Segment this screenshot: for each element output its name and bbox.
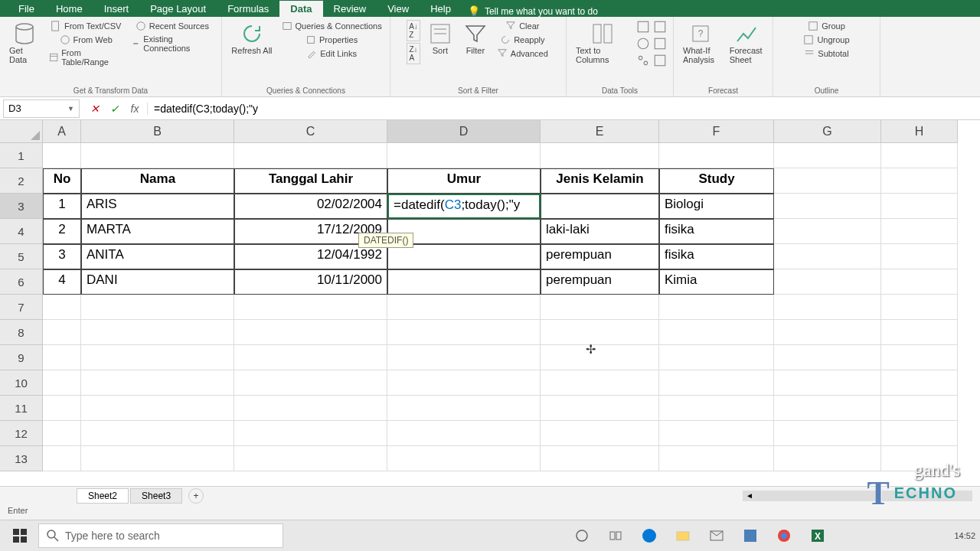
- sheet-tab-active[interactable]: Sheet2: [77, 488, 129, 504]
- cell[interactable]: [774, 143, 881, 168]
- col-header-B[interactable]: B: [81, 120, 234, 143]
- cell-no[interactable]: 3: [43, 244, 81, 269]
- row-header-4[interactable]: 4: [0, 219, 43, 244]
- get-data-button[interactable]: Get Data: [6, 20, 43, 66]
- cell[interactable]: [81, 320, 234, 345]
- existing-conn-button[interactable]: Existing Connections: [129, 34, 215, 54]
- cell[interactable]: [387, 143, 541, 168]
- cell[interactable]: [774, 219, 881, 244]
- cell-nama[interactable]: DANI: [81, 269, 234, 295]
- excel-icon[interactable]: X: [802, 523, 833, 549]
- chevron-down-icon[interactable]: ▼: [67, 105, 74, 112]
- data-model-icon[interactable]: [653, 54, 667, 67]
- row-header-11[interactable]: 11: [0, 396, 43, 421]
- remove-dup-icon[interactable]: [653, 20, 667, 34]
- data-validation-icon[interactable]: [636, 37, 650, 51]
- accept-formula-button[interactable]: ✓: [109, 103, 121, 115]
- tab-formulas[interactable]: Formulas: [217, 1, 279, 17]
- cell[interactable]: [387, 421, 541, 446]
- header-jk[interactable]: Jenis Kelamin: [541, 168, 659, 194]
- cell[interactable]: [774, 194, 881, 219]
- cell[interactable]: [881, 143, 958, 168]
- cell[interactable]: [387, 370, 541, 396]
- tab-view[interactable]: View: [377, 1, 420, 17]
- spreadsheet-grid[interactable]: ABCDEFGH 12345678910111213 NoNamaTanggal…: [0, 120, 980, 486]
- col-header-F[interactable]: F: [659, 120, 774, 143]
- cell[interactable]: [774, 295, 881, 320]
- cell[interactable]: [659, 143, 774, 168]
- header-no[interactable]: No: [43, 168, 81, 194]
- cell-nama[interactable]: ARIS: [81, 194, 234, 219]
- clear-filter-button[interactable]: Clear: [504, 20, 541, 32]
- sort-button[interactable]: Sort: [425, 20, 456, 57]
- from-text-csv-button[interactable]: From Text/CSV: [49, 20, 122, 32]
- col-header-G[interactable]: G: [774, 120, 881, 143]
- group-button[interactable]: Group: [806, 20, 847, 32]
- taskbar-search[interactable]: Type here to search: [38, 523, 283, 548]
- tell-me-search[interactable]: 💡 Tell me what you want to do: [468, 5, 598, 17]
- row-header-7[interactable]: 7: [0, 295, 43, 320]
- cell[interactable]: [774, 168, 881, 194]
- tab-data[interactable]: Data: [279, 1, 322, 17]
- cell[interactable]: [541, 396, 659, 421]
- filter-button[interactable]: Filter: [460, 20, 491, 57]
- cell[interactable]: [881, 295, 958, 320]
- sort-za-button[interactable]: Z↓A: [407, 43, 420, 64]
- select-all-corner[interactable]: [0, 120, 43, 143]
- cell[interactable]: [234, 370, 387, 396]
- cell[interactable]: [387, 446, 541, 471]
- cell[interactable]: [881, 219, 958, 244]
- cell[interactable]: [541, 320, 659, 345]
- name-box[interactable]: D3 ▼: [3, 99, 80, 118]
- cell-jk[interactable]: [541, 194, 659, 219]
- tab-help[interactable]: Help: [420, 1, 462, 17]
- queries-conn-button[interactable]: Queries & Connections: [280, 20, 384, 32]
- tab-review[interactable]: Review: [323, 1, 377, 17]
- cell[interactable]: [43, 345, 81, 370]
- cell[interactable]: [881, 168, 958, 194]
- col-header-C[interactable]: C: [234, 120, 387, 143]
- cell-nama[interactable]: MARTA: [81, 219, 234, 244]
- cell-tgl[interactable]: 02/02/2004: [234, 194, 387, 219]
- cancel-formula-button[interactable]: ✕: [89, 103, 101, 115]
- row-header-10[interactable]: 10: [0, 370, 43, 396]
- fx-button[interactable]: fx: [129, 103, 141, 115]
- row-header-13[interactable]: 13: [0, 446, 43, 471]
- col-header-D[interactable]: D: [387, 120, 541, 143]
- cell[interactable]: [81, 295, 234, 320]
- cell[interactable]: [43, 320, 81, 345]
- row-header-8[interactable]: 8: [0, 320, 43, 345]
- cell-study[interactable]: Biologi: [659, 194, 774, 219]
- chrome-icon[interactable]: [769, 523, 799, 549]
- cell[interactable]: [81, 421, 234, 446]
- header-study[interactable]: Study: [659, 168, 774, 194]
- cell-umur[interactable]: [387, 269, 541, 295]
- advanced-filter-button[interactable]: Advanced: [495, 47, 550, 60]
- cell[interactable]: [881, 396, 958, 421]
- cell[interactable]: [659, 295, 774, 320]
- edit-links-button[interactable]: Edit Links: [305, 47, 358, 60]
- subtotal-button[interactable]: Subtotal: [802, 47, 850, 60]
- cell-study[interactable]: fisika: [659, 219, 774, 244]
- forecast-sheet-button[interactable]: Forecast Sheet: [727, 20, 766, 66]
- mail-icon[interactable]: [701, 523, 732, 549]
- cell[interactable]: [43, 396, 81, 421]
- cell-study[interactable]: fisika: [659, 244, 774, 269]
- row-header-9[interactable]: 9: [0, 345, 43, 370]
- edge-icon[interactable]: [634, 523, 665, 549]
- cell[interactable]: [81, 345, 234, 370]
- task-view-icon[interactable]: [600, 523, 631, 549]
- cell[interactable]: [234, 396, 387, 421]
- sort-az-button[interactable]: A↓Z: [407, 20, 420, 41]
- what-if-button[interactable]: ? What-If Analysis: [680, 20, 722, 66]
- cell-jk[interactable]: laki-laki: [541, 219, 659, 244]
- cell[interactable]: [774, 396, 881, 421]
- cortana-icon[interactable]: [567, 523, 597, 549]
- reapply-button[interactable]: Reapply: [498, 34, 546, 46]
- cell[interactable]: [387, 345, 541, 370]
- add-sheet-button[interactable]: +: [188, 488, 204, 504]
- cell[interactable]: [881, 194, 958, 219]
- cell[interactable]: [234, 345, 387, 370]
- cell[interactable]: [541, 295, 659, 320]
- cell[interactable]: [659, 320, 774, 345]
